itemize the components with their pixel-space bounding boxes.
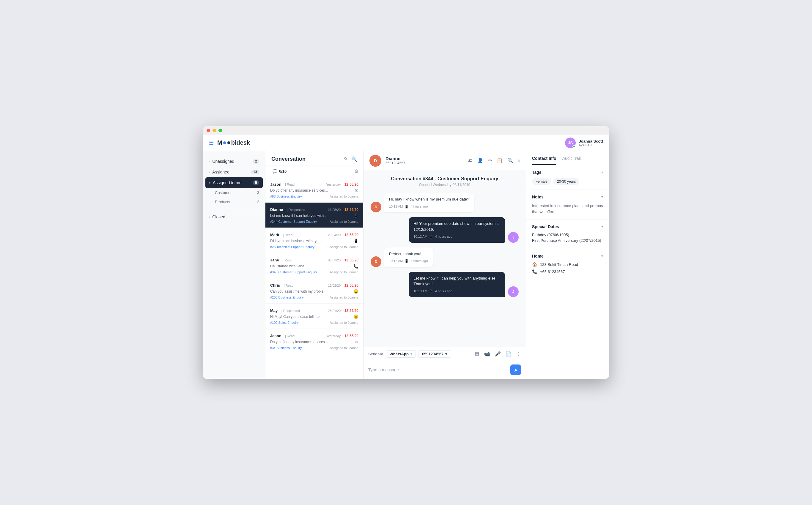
conv-tag: #88 Business Enquiry: [270, 195, 302, 198]
compose-icon[interactable]: ✎: [344, 156, 348, 162]
avatar[interactable]: JS: [565, 138, 576, 148]
note-icon[interactable]: 📋: [497, 158, 503, 163]
send-button[interactable]: ➤: [510, 364, 521, 375]
tab-count: 6/10: [279, 169, 286, 173]
send-via-label: Send via: [368, 352, 383, 356]
header-left: ☰ M bidesk: [209, 139, 565, 146]
emoji-icon: 😊: [354, 314, 359, 319]
tab-chat[interactable]: 💬 6/10: [270, 168, 289, 175]
tags-header[interactable]: Tags ▾: [532, 170, 603, 175]
conversation-item[interactable]: May | Responded 28/01/20 12:55/20 Hi May…: [265, 304, 363, 329]
conv-item-right: 11/02/20 12:55/20: [328, 283, 359, 288]
conv-tag: #34 Business Enquiry: [270, 346, 302, 350]
home-header[interactable]: Home ▾: [532, 254, 603, 259]
conv-assigned: Assigned to Joanna: [329, 220, 359, 223]
conv-footer: #100 Sales Enquiry Assigned to Joanna: [270, 321, 359, 324]
audio-icon[interactable]: 🎤: [495, 351, 501, 357]
conv-preview: Do yo offer any insurance services... ✉: [270, 340, 359, 344]
chat-input-area: Send via WhatsApp ▾ 6591234567 ▾ 🖼 📹 🎤 📄: [364, 347, 526, 379]
email-icon: ✉: [355, 188, 359, 193]
conv-time: 12:55/20: [345, 233, 359, 237]
edit-icon[interactable]: ✏: [488, 158, 492, 163]
conv-preview-text: Call started with Jane: [270, 264, 354, 268]
sidebar-count: 13: [251, 170, 259, 174]
message-text: Hi, may I know when is my premium due da…: [389, 197, 469, 201]
hamburger-icon[interactable]: ☰: [209, 140, 214, 146]
message-avatar: D: [371, 202, 381, 212]
conversation-item[interactable]: Chris | Read 11/02/20 12:55/20 Can you a…: [265, 278, 363, 304]
image-icon[interactable]: 🖼: [475, 351, 480, 357]
conversation-item[interactable]: Dianne | Responded 26/05/20 12:55/20 Let…: [265, 203, 363, 228]
home-phone-item: 📞 +65 61234567: [532, 269, 603, 274]
chevron-down-icon: ▾: [601, 254, 603, 258]
message-text: Perfect, thank you!: [389, 251, 421, 256]
message-input[interactable]: [368, 364, 507, 375]
conversation-item[interactable]: Mark | Read 20/04/20 12:55/20 I'd love t…: [265, 228, 363, 253]
sidebar-item-closed[interactable]: › Closed: [203, 211, 265, 222]
tags-title: Tags: [532, 170, 542, 175]
chat-header: D Dianne 6591234567 🏷 👤 ✏ 📋 🔍 ℹ: [364, 151, 526, 170]
conv-preview: I'd love to do business with. you... 📱: [270, 238, 359, 243]
logo-circle2: [227, 141, 230, 144]
channel-selector[interactable]: WhatsApp ▾: [386, 350, 416, 358]
chat-contact-phone: 6591234567: [386, 161, 464, 165]
sidebar-label: Assigned to me: [213, 180, 253, 185]
info-icon[interactable]: ℹ: [518, 158, 520, 163]
channel-name: WhatsApp: [390, 352, 409, 356]
message-meta: 10:12 AM 📱 4 hours ago: [389, 204, 469, 209]
conv-date: 26/05/20: [328, 208, 341, 211]
maximize-button[interactable]: [219, 129, 222, 132]
conv-item-right: 28/01/20 12:55/20: [328, 308, 359, 313]
message-avatar: J: [508, 286, 519, 297]
message-time-ago: 4 hours ago: [435, 289, 452, 294]
notes-header[interactable]: Notes ▾: [532, 195, 603, 199]
arrow-icon: ›: [209, 215, 210, 219]
phone-selector[interactable]: 6591234567 ▾: [418, 350, 451, 358]
conversation-item[interactable]: Jason | Read Yesterday 12:55/20 Do yo of…: [265, 329, 363, 354]
sidebar-item-assigned[interactable]: › Assigned 13: [203, 167, 265, 177]
user-status: AVAILABLE: [579, 144, 603, 147]
conversation-title: Conversation: [271, 156, 305, 162]
sidebar-sub-item-products[interactable]: Products 2: [203, 197, 265, 206]
sidebar-item-assigned-to-me[interactable]: ▾ Assigned to me 5: [206, 177, 263, 188]
assign-icon[interactable]: 👤: [477, 158, 483, 163]
home-section: Home ▾ 🏠 123 Bukit Timah Road 📞 +65 6123…: [526, 249, 609, 281]
search-icon[interactable]: 🔍: [351, 156, 357, 162]
more-icon[interactable]: ⋮: [516, 351, 521, 357]
tab-contact-info[interactable]: Contact Info: [532, 156, 556, 165]
avatar-initials: D: [370, 155, 381, 167]
conv-status: | Read: [285, 334, 294, 338]
tab-audit-trail[interactable]: Audit Trail: [562, 156, 581, 165]
notes-section: Notes ▾ Interested in insurance plans an…: [526, 190, 609, 219]
phone-icon: 📞: [532, 269, 537, 274]
conv-status: | Read: [285, 183, 294, 186]
conv-date: 20/04/20: [328, 233, 341, 237]
search-icon[interactable]: 🔍: [507, 158, 513, 163]
sidebar-item-unassigned[interactable]: › Unassigned 2: [203, 156, 265, 167]
video-icon[interactable]: 📹: [484, 351, 490, 357]
conversation-item[interactable]: Jane | Read 05/03/20 12:55/20 Call start…: [265, 253, 363, 278]
conv-name: Jason: [270, 334, 281, 338]
filter-icon[interactable]: ⚙: [354, 168, 359, 174]
sidebar-sub-item-customer[interactable]: Customer 3: [203, 188, 265, 197]
conv-time: 12:55/20: [345, 258, 359, 262]
conversation-item[interactable]: Jason | Read Yesterday 12:55/20 Do yo of…: [265, 177, 363, 203]
message-row: D Hi, may I know when is my premium due …: [371, 193, 519, 212]
whatsapp-icon: 📱: [405, 204, 409, 209]
conv-tag: #345 Customer Support Enquiry: [270, 270, 317, 274]
conv-footer: #34 Business Enquiry Assigned to Joanna: [270, 346, 359, 350]
message-input-row: ➤: [364, 361, 526, 379]
file-icon[interactable]: 📄: [506, 351, 512, 357]
minimize-button[interactable]: [213, 129, 216, 132]
label-icon[interactable]: 🏷: [468, 158, 472, 163]
special-dates-header[interactable]: Special Dates ▾: [532, 224, 603, 229]
close-button[interactable]: [207, 129, 210, 132]
message-avatar: D: [371, 257, 381, 267]
conv-date: 11/02/20: [328, 284, 341, 287]
send-options: Send via WhatsApp ▾ 6591234567 ▾ 🖼 📹 🎤 📄: [364, 347, 526, 361]
conv-assigned: Assigned to Joanna: [329, 346, 359, 350]
conv-preview: Hi May! Can you please tell me... 😊: [270, 314, 359, 319]
chevron-down-icon: ▾: [445, 352, 447, 356]
chat-messages: D Hi, may I know when is my premium due …: [364, 193, 526, 347]
conv-item-header: Jason | Read Yesterday 12:55/20: [270, 333, 359, 338]
